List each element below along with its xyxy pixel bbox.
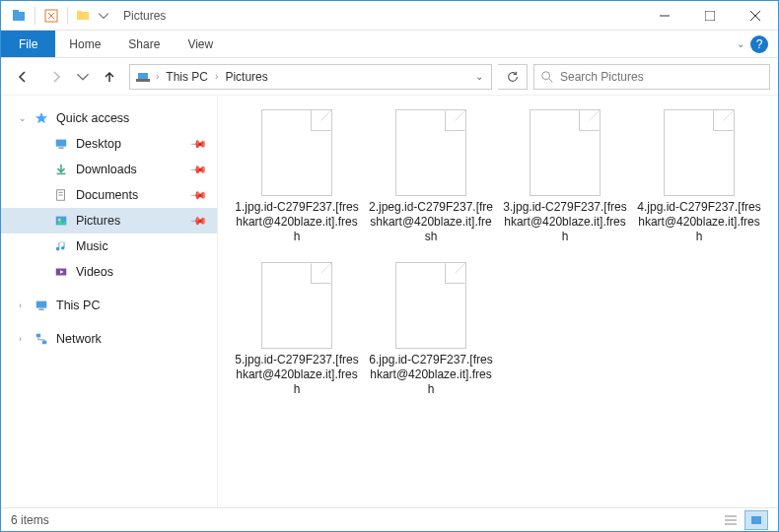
file-icon	[261, 262, 332, 349]
file-item[interactable]: 2.jpeg.id-C279F237.[freshkart@420blaze.i…	[368, 109, 494, 244]
search-icon	[540, 70, 554, 84]
pin-icon: 📌	[188, 211, 207, 230]
location-icon	[134, 70, 152, 84]
sidebar-label: This PC	[56, 299, 100, 312]
status-text: 6 items	[11, 513, 49, 527]
sidebar-item-label: Documents	[76, 188, 138, 202]
svg-rect-23	[42, 341, 46, 345]
svg-rect-1	[13, 10, 19, 13]
network-icon	[33, 332, 50, 346]
svg-rect-21	[38, 309, 43, 310]
file-name: 5.jpg.id-C279F237.[freshkart@420blaze.it…	[234, 353, 360, 397]
sidebar-item-pictures[interactable]: Pictures📌	[1, 208, 217, 233]
folder-dropdown-icon[interactable]	[72, 5, 96, 27]
svg-rect-3	[77, 12, 89, 20]
svg-rect-27	[751, 516, 761, 524]
svg-point-9	[542, 71, 550, 79]
sidebar: ⌄ Quick access Desktop📌Downloads📌Documen…	[1, 96, 218, 507]
file-item[interactable]: 5.jpg.id-C279F237.[freshkart@420blaze.it…	[234, 262, 360, 397]
sidebar-item-downloads[interactable]: Downloads📌	[1, 157, 217, 182]
sidebar-this-pc[interactable]: › This PC	[1, 293, 217, 318]
svg-rect-12	[58, 148, 63, 149]
quick-access-toolbar	[1, 5, 115, 27]
expand-icon[interactable]: ›	[19, 334, 22, 344]
sidebar-item-desktop[interactable]: Desktop📌	[1, 131, 217, 157]
downloads-icon	[52, 163, 70, 176]
file-name: 2.jpeg.id-C279F237.[freshkart@420blaze.i…	[368, 200, 494, 244]
refresh-button[interactable]	[498, 64, 528, 90]
sidebar-item-documents[interactable]: Documents📌	[1, 182, 217, 208]
tab-view[interactable]: View	[174, 31, 227, 57]
breadcrumb-separator[interactable]: ›	[154, 71, 161, 82]
tab-home[interactable]: Home	[55, 31, 114, 57]
sidebar-item-label: Downloads	[76, 163, 137, 176]
expand-icon[interactable]: ›	[19, 300, 22, 310]
pin-icon: 📌	[188, 185, 207, 204]
breadcrumb-separator[interactable]: ›	[213, 71, 220, 82]
file-icon	[395, 262, 466, 349]
app-icon[interactable]	[7, 5, 31, 27]
sidebar-item-label: Videos	[76, 265, 113, 279]
music-icon	[52, 239, 70, 253]
properties-icon[interactable]	[39, 5, 63, 27]
documents-icon	[52, 188, 70, 202]
file-name: 1.jpg.id-C279F237.[freshkart@420blaze.it…	[234, 200, 360, 244]
file-item[interactable]: 1.jpg.id-C279F237.[freshkart@420blaze.it…	[234, 109, 360, 244]
videos-icon	[52, 265, 70, 279]
search-box[interactable]	[533, 64, 770, 90]
help-button[interactable]: ?	[750, 35, 768, 53]
window-title: Pictures	[123, 9, 166, 23]
svg-rect-20	[36, 301, 47, 308]
svg-rect-22	[36, 334, 40, 338]
ribbon: File Home Share View ⌄ ?	[1, 31, 778, 58]
file-view[interactable]: 1.jpg.id-C279F237.[freshkart@420blaze.it…	[218, 96, 778, 507]
breadcrumb-pictures[interactable]: Pictures	[222, 70, 270, 84]
sidebar-label: Network	[56, 332, 102, 346]
maximize-button[interactable]	[687, 1, 733, 31]
back-button[interactable]	[9, 63, 36, 91]
sidebar-item-music[interactable]: Music	[1, 233, 217, 259]
svg-rect-0	[13, 12, 25, 21]
icons-view-button[interactable]	[744, 510, 768, 530]
svg-line-10	[549, 78, 553, 82]
sidebar-item-videos[interactable]: Videos	[1, 259, 217, 285]
sidebar-quick-access[interactable]: ⌄ Quick access	[1, 105, 217, 131]
qat-dropdown-icon[interactable]	[98, 5, 109, 27]
file-name: 3.jpg.id-C279F237.[freshkart@420blaze.it…	[502, 200, 628, 244]
minimize-button[interactable]	[642, 1, 687, 31]
file-item[interactable]: 6.jpg.id-C279F237.[freshkart@420blaze.it…	[368, 262, 494, 397]
file-tab[interactable]: File	[1, 31, 55, 57]
svg-rect-8	[138, 73, 148, 79]
tab-share[interactable]: Share	[114, 31, 174, 57]
separator	[67, 7, 68, 25]
ribbon-expand-icon[interactable]: ⌄	[737, 38, 744, 49]
svg-rect-6	[705, 11, 715, 21]
navigation-bar: › This PC › Pictures ⌄	[1, 58, 778, 96]
sidebar-network[interactable]: › Network	[1, 326, 217, 352]
address-bar[interactable]: › This PC › Pictures ⌄	[129, 64, 492, 90]
file-icon	[395, 109, 466, 196]
address-dropdown[interactable]: ⌄	[471, 71, 487, 82]
sidebar-item-label: Music	[76, 239, 108, 253]
sidebar-label: Quick access	[56, 111, 129, 125]
file-item[interactable]: 3.jpg.id-C279F237.[freshkart@420blaze.it…	[502, 109, 628, 244]
sidebar-item-label: Desktop	[76, 137, 121, 151]
svg-point-18	[58, 219, 61, 222]
breadcrumb-this-pc[interactable]: This PC	[163, 70, 211, 84]
file-item[interactable]: 4.jpg.id-C279F237.[freshkart@420blaze.it…	[636, 109, 762, 244]
recent-dropdown[interactable]	[76, 63, 90, 91]
search-input[interactable]	[560, 70, 763, 84]
desktop-icon	[52, 137, 70, 151]
status-bar: 6 items	[1, 507, 778, 531]
close-button[interactable]	[733, 1, 778, 31]
file-icon	[664, 109, 735, 196]
expand-icon[interactable]: ⌄	[19, 113, 27, 123]
forward-button[interactable]	[42, 63, 70, 91]
details-view-button[interactable]	[719, 510, 743, 530]
up-button[interactable]	[96, 63, 123, 91]
svg-rect-11	[56, 140, 67, 147]
file-name: 6.jpg.id-C279F237.[freshkart@420blaze.it…	[368, 353, 494, 397]
file-icon	[261, 109, 332, 196]
star-icon	[33, 111, 50, 125]
pc-icon	[33, 299, 50, 312]
